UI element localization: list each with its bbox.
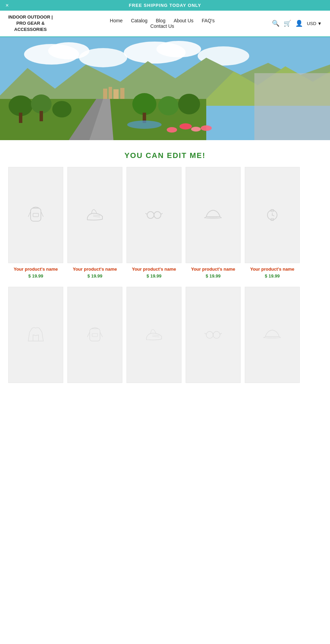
product-image-7 <box>67 287 122 383</box>
svg-point-48 <box>272 214 273 215</box>
products-row-2 <box>0 287 330 394</box>
product-image-2 <box>67 167 122 263</box>
svg-point-37 <box>147 212 154 218</box>
product-price-2: $ 19.99 <box>87 273 102 279</box>
nav-contact-us[interactable]: Contact Us <box>150 23 174 29</box>
svg-point-19 <box>158 96 179 115</box>
svg-point-16 <box>52 101 72 117</box>
svg-point-17 <box>132 93 156 115</box>
close-announcement-button[interactable]: × <box>6 3 9 8</box>
nav-row-1: Home Catalog Blog About Us FAQ's <box>110 18 215 23</box>
product-price-1: $ 19.99 <box>28 273 43 279</box>
product-card-8[interactable] <box>126 287 182 383</box>
svg-line-55 <box>152 336 159 337</box>
product-image-6 <box>8 287 63 383</box>
nav-faqs[interactable]: FAQ's <box>202 18 215 23</box>
product-image-3 <box>126 167 182 263</box>
svg-rect-15 <box>40 111 43 121</box>
product-card-1[interactable]: Your product's name $ 19.99 <box>8 167 63 279</box>
svg-rect-30 <box>254 73 330 140</box>
section-heading: YOU CAN EDIT ME! <box>0 140 330 167</box>
announcement-bar: × FREE SHIPPING TODAY ONLY <box>0 0 330 11</box>
chevron-down-icon: ▼ <box>317 21 322 26</box>
product-card-7[interactable] <box>67 287 122 383</box>
backpack2-icon <box>85 325 105 345</box>
glasses2-icon <box>203 325 223 345</box>
svg-line-59 <box>220 333 222 334</box>
svg-rect-24 <box>120 88 124 99</box>
product-card-9[interactable] <box>186 287 241 383</box>
product-card-5[interactable]: Your product's name $ 19.99 <box>245 167 300 279</box>
svg-point-56 <box>206 331 213 338</box>
svg-point-38 <box>154 212 161 218</box>
currency-selector[interactable]: USD ▼ <box>307 21 322 26</box>
svg-line-35 <box>93 215 100 216</box>
cap-icon <box>203 205 223 225</box>
product-name-4: Your product's name <box>191 267 235 272</box>
product-price-4: $ 19.99 <box>206 273 220 279</box>
svg-point-20 <box>178 94 200 114</box>
svg-rect-50 <box>90 329 100 341</box>
svg-point-3 <box>79 48 127 67</box>
logo[interactable]: INDOOR OUTDOOR | PRO GEAR & ACCESSORIES <box>8 14 53 33</box>
shoe-icon <box>85 205 105 225</box>
product-name-3: Your product's name <box>132 267 176 272</box>
product-image-5 <box>245 167 300 263</box>
svg-rect-32 <box>33 213 38 217</box>
hero-banner <box>0 37 330 140</box>
svg-line-33 <box>28 212 31 217</box>
product-card-4[interactable]: Your product's name $ 19.99 <box>186 167 241 279</box>
cart-icon[interactable]: 🛒 <box>284 20 291 27</box>
nav-row-2: Contact Us <box>150 23 174 29</box>
search-icon[interactable]: 🔍 <box>272 20 279 27</box>
product-name-1: Your product's name <box>14 267 58 272</box>
svg-line-36 <box>93 216 100 217</box>
nav-blog[interactable]: Blog <box>156 18 165 23</box>
svg-point-25 <box>167 127 177 133</box>
svg-line-34 <box>41 212 43 217</box>
svg-line-41 <box>161 213 163 214</box>
main-nav: Home Catalog Blog About Us FAQ's Contact… <box>53 18 272 29</box>
cap2-icon <box>262 325 283 345</box>
shoe2-icon <box>144 325 164 345</box>
nav-catalog[interactable]: Catalog <box>131 18 147 23</box>
svg-point-5 <box>156 41 201 57</box>
svg-line-52 <box>87 332 90 337</box>
svg-rect-22 <box>109 87 112 99</box>
jacket-icon <box>25 325 46 345</box>
product-card-2[interactable]: Your product's name $ 19.99 <box>67 167 122 279</box>
svg-rect-51 <box>92 334 98 337</box>
svg-point-26 <box>179 123 192 129</box>
svg-line-58 <box>205 333 206 334</box>
product-card-3[interactable]: Your product's name $ 19.99 <box>126 167 182 279</box>
svg-rect-31 <box>31 208 41 221</box>
hero-image <box>0 37 330 140</box>
svg-rect-23 <box>113 89 119 99</box>
announcement-text: FREE SHIPPING TODAY ONLY <box>129 3 201 8</box>
product-price-5: $ 19.99 <box>265 273 279 279</box>
product-image-4 <box>186 167 241 263</box>
products-row-1: Your product's name $ 19.99 Your product… <box>0 167 330 287</box>
svg-point-27 <box>191 127 201 132</box>
header: INDOOR OUTDOOR | PRO GEAR & ACCESSORIES … <box>0 11 330 37</box>
svg-point-57 <box>213 331 220 338</box>
svg-line-40 <box>145 213 147 214</box>
product-image-9 <box>186 287 241 383</box>
nav-about-us[interactable]: About Us <box>174 18 194 23</box>
svg-point-28 <box>201 125 212 131</box>
nav-home[interactable]: Home <box>110 18 123 23</box>
header-icons: 🔍 🛒 👤 USD ▼ <box>272 20 322 27</box>
product-card-6[interactable] <box>8 287 63 383</box>
product-card-10[interactable] <box>245 287 300 383</box>
product-image-1 <box>8 167 63 263</box>
product-image-8 <box>126 287 182 383</box>
backpack-icon <box>25 205 46 225</box>
svg-rect-13 <box>19 113 22 123</box>
product-image-10 <box>245 287 300 383</box>
account-icon[interactable]: 👤 <box>295 20 303 27</box>
watch-icon <box>262 205 283 225</box>
product-name-5: Your product's name <box>250 267 295 272</box>
product-name-2: Your product's name <box>73 267 117 272</box>
svg-line-53 <box>100 332 102 337</box>
svg-point-29 <box>127 121 162 129</box>
